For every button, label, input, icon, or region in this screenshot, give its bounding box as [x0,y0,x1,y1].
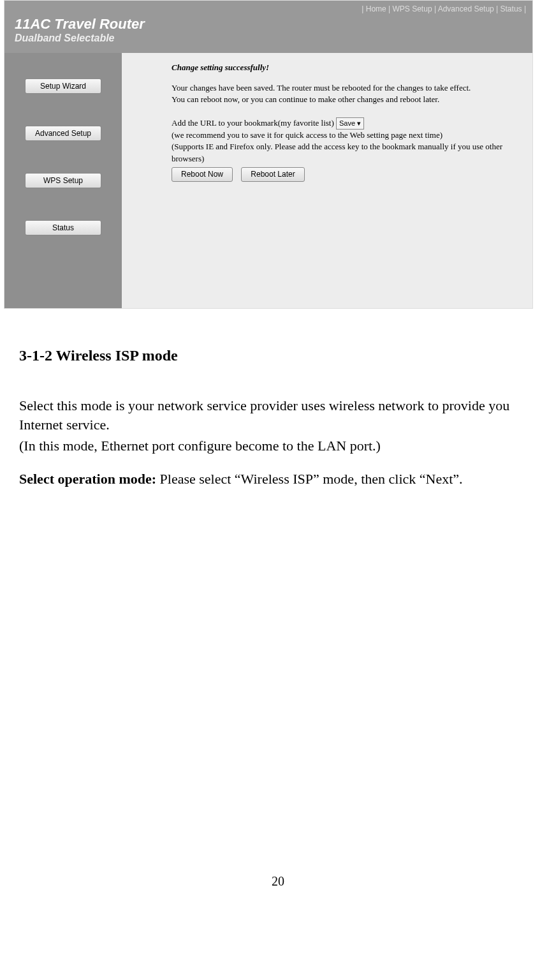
supports-text: (Supports IE and Firefox only. Please ad… [172,141,520,164]
page-number: 20 [0,874,556,902]
router-title: 11AC Travel Router [15,16,522,33]
doc-paragraph-2: (In this mode, Ethernet port configure b… [19,436,537,456]
recommend-text: (we recommend you to save it for quick a… [172,130,520,141]
setup-wizard-button[interactable]: Setup Wizard [25,78,101,94]
router-subtitle: Dualband Selectable [15,33,522,44]
advanced-setup-button[interactable]: Advanced Setup [25,126,101,141]
reboot-later-button[interactable]: Reboot Later [241,167,304,182]
saved-text-line1: Your changes have been saved. The router… [172,82,520,94]
saved-text-line2: You can reboot now, or you can continue … [172,94,520,105]
router-header: | Home | WPS Setup | Advanced Setup | St… [4,1,532,53]
reboot-buttons-row: Reboot Now Reboot Later [172,165,520,182]
router-sidebar: Setup Wizard Advanced Setup WPS Setup St… [4,53,122,308]
select-operation-mode-text: Please select “Wireless ISP” mode, then … [156,471,463,487]
doc-paragraph-3: Select operation mode: Please select “Wi… [19,470,537,489]
bookmark-line: Add the URL to your bookmark(my favorite… [172,117,520,130]
select-operation-mode-label: Select operation mode: [19,471,156,487]
reboot-now-button[interactable]: Reboot Now [172,167,233,182]
doc-paragraph-1: Select this mode is your network service… [19,396,537,434]
save-select[interactable]: Save ▾ [336,117,364,130]
router-main-content: Change setting successfully! Your change… [122,53,532,308]
status-button[interactable]: Status [25,220,101,235]
router-body: Setup Wizard Advanced Setup WPS Setup St… [4,53,532,308]
bookmark-text: Add the URL to your bookmark(my favorite… [172,118,334,128]
section-heading: 3-1-2 Wireless ISP mode [19,347,537,364]
change-success-heading: Change setting successfully! [172,62,520,73]
wps-setup-button[interactable]: WPS Setup [25,173,101,188]
router-admin-screenshot: | Home | WPS Setup | Advanced Setup | St… [4,0,533,309]
router-top-nav[interactable]: | Home | WPS Setup | Advanced Setup | St… [362,4,526,13]
document-body: 3-1-2 Wireless ISP mode Select this mode… [0,309,556,504]
